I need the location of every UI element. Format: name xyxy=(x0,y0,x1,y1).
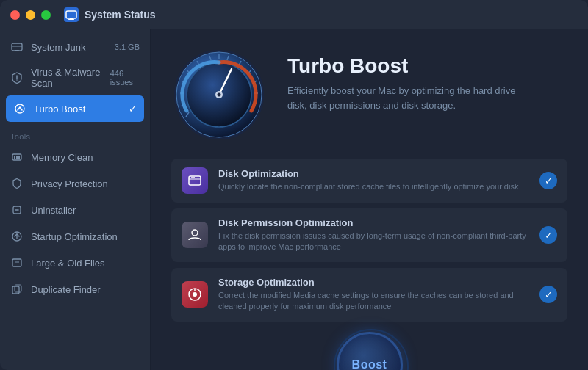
boost-button[interactable]: Boost xyxy=(337,332,403,370)
hero-title: Turbo Boost xyxy=(287,54,537,78)
boost-button-container: Boost xyxy=(171,332,567,370)
disk-permission-check: ✓ xyxy=(539,226,557,244)
svg-rect-6 xyxy=(15,50,19,51)
svg-point-45 xyxy=(193,177,195,178)
close-button[interactable] xyxy=(10,10,20,20)
svg-point-46 xyxy=(192,230,198,236)
sidebar-item-virus-malware-scan[interactable]: Virus & Malware Scan 446 issues xyxy=(0,60,150,95)
app-body: System Junk 3.1 GB Virus & Malware Scan … xyxy=(0,29,588,370)
virus-scan-badge: 446 issues xyxy=(110,69,140,87)
features-list: Disk Optimization Quickly locate the non… xyxy=(171,159,567,322)
app-title: System Status xyxy=(64,7,155,22)
uninstaller-icon xyxy=(10,203,24,217)
sidebar-item-startup-optimization[interactable]: Startup Optimization xyxy=(0,223,150,250)
svg-rect-4 xyxy=(12,43,22,51)
storage-optimization-check: ✓ xyxy=(539,286,557,303)
svg-rect-2 xyxy=(70,18,73,19)
sidebar-item-turbo-boost[interactable]: Turbo Boost ✓ xyxy=(6,95,144,122)
svg-rect-13 xyxy=(18,156,20,159)
startup-icon xyxy=(10,230,24,243)
sidebar-item-system-junk[interactable]: System Junk 3.1 GB xyxy=(0,34,150,60)
disk-optimization-check: ✓ xyxy=(539,172,557,189)
system-junk-icon xyxy=(10,40,24,54)
maximize-button[interactable] xyxy=(41,10,51,20)
hero-section: Turbo Boost Efficiently boost your Mac b… xyxy=(171,47,567,142)
disk-permission-text: Disk Permission Optimization Fix the dis… xyxy=(218,217,529,253)
virus-scan-icon xyxy=(10,71,24,84)
hero-text: Turbo Boost Efficiently boost your Mac b… xyxy=(287,47,537,112)
gauge xyxy=(171,47,267,142)
titlebar: System Status xyxy=(0,0,588,29)
disk-optimization-text: Disk Optimization Quickly locate the non… xyxy=(218,168,529,192)
svg-rect-42 xyxy=(189,176,201,185)
svg-point-41 xyxy=(218,93,221,97)
duplicate-icon xyxy=(10,283,24,296)
storage-optimization-icon xyxy=(182,281,208,308)
large-files-icon xyxy=(10,256,24,269)
memory-clean-icon xyxy=(10,150,24,164)
feature-storage-optimization: Storage Optimization Correct the modifie… xyxy=(171,268,567,322)
feature-disk-optimization: Disk Optimization Quickly locate the non… xyxy=(171,159,567,203)
sidebar: System Junk 3.1 GB Virus & Malware Scan … xyxy=(0,29,151,370)
privacy-icon xyxy=(10,177,24,190)
main-content: Turbo Boost Efficiently boost your Mac b… xyxy=(151,29,588,370)
active-check-icon: ✓ xyxy=(129,104,137,115)
gauge-svg xyxy=(171,47,267,142)
svg-rect-18 xyxy=(12,259,21,266)
svg-point-9 xyxy=(15,104,24,113)
sidebar-item-large-old-files[interactable]: Large & Old Files xyxy=(0,250,150,276)
minimize-button[interactable] xyxy=(26,10,35,20)
sidebar-item-privacy-protection[interactable]: Privacy Protection xyxy=(0,170,150,197)
svg-rect-3 xyxy=(68,19,74,20)
disk-permission-icon xyxy=(182,222,208,248)
tools-section-label: Tools xyxy=(0,122,150,144)
feature-disk-permission: Disk Permission Optimization Fix the dis… xyxy=(171,208,567,262)
disk-optimization-icon xyxy=(182,167,208,194)
system-junk-badge: 3.1 GB xyxy=(115,43,140,51)
svg-point-8 xyxy=(16,79,18,81)
sidebar-item-memory-clean[interactable]: Memory Clean xyxy=(0,144,150,170)
svg-point-48 xyxy=(193,292,197,297)
sidebar-item-uninstaller[interactable]: Uninstaller xyxy=(0,197,150,223)
turbo-boost-icon xyxy=(13,102,26,115)
sidebar-item-duplicate-finder[interactable]: Duplicate Finder xyxy=(0,276,150,302)
app-icon xyxy=(64,7,79,22)
storage-optimization-text: Storage Optimization Correct the modifie… xyxy=(218,277,529,313)
hero-description: Efficiently boost your Mac by optimizing… xyxy=(287,84,537,112)
svg-point-44 xyxy=(191,177,193,178)
svg-rect-11 xyxy=(14,156,15,159)
svg-rect-12 xyxy=(16,156,18,159)
